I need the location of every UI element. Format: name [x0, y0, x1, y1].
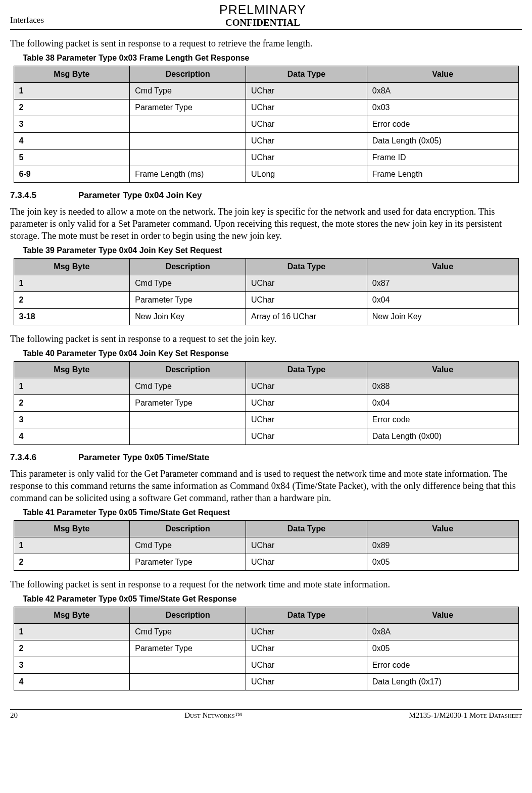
para-7-3-4-6: This parameter is only valid for the Get…	[10, 468, 522, 504]
intro-text-40: The following packet is sent in response…	[10, 333, 522, 345]
table-row: 6-9Frame Length (ms)ULongFrame Length	[14, 166, 518, 183]
table-cell: 0x88	[367, 378, 518, 395]
th-description: Description	[130, 66, 246, 83]
table-cell: Parameter Type	[130, 100, 246, 116]
table-cell: ULong	[246, 166, 367, 183]
table-cell: New Join Key	[367, 309, 518, 325]
table-cell: 2	[14, 554, 130, 571]
table-row: 2Parameter TypeUChar0x05	[14, 554, 518, 571]
table-cell: Cmd Type	[130, 624, 246, 640]
table-header-row: Msg Byte Description Data Type Value	[14, 259, 518, 275]
table-row: 2Parameter TypeUChar0x05	[14, 640, 518, 657]
table-cell: UChar	[246, 275, 367, 292]
table-cell: 0x04	[367, 292, 518, 309]
table-cell	[130, 412, 246, 428]
section-7-3-4-6: 7.3.4.6Parameter Type 0x05 Time/State	[10, 453, 522, 463]
table-cell: 0x8A	[367, 624, 518, 640]
section-number: 7.3.4.5	[10, 190, 78, 201]
table-cell: 1	[14, 83, 130, 100]
table-cell: 1	[14, 275, 130, 292]
table-cell: UChar	[246, 150, 367, 166]
intro-text-42: The following packet is sent in response…	[10, 578, 522, 590]
table-cell	[130, 428, 246, 445]
table-cell: 1	[14, 537, 130, 554]
table-cell: Cmd Type	[130, 275, 246, 292]
table-cell: 2	[14, 395, 130, 412]
page-footer: 20 Dust Networks™ M2135-1/M2030-1 Mote D…	[0, 711, 532, 720]
table-cell: 3	[14, 657, 130, 674]
table-39: Msg Byte Description Data Type Value 1Cm…	[14, 258, 519, 325]
table-row: 1Cmd TypeUChar0x87	[14, 275, 518, 292]
table-row: 1Cmd TypeUChar0x8A	[14, 83, 518, 100]
table-row: 2Parameter TypeUChar0x04	[14, 395, 518, 412]
table-cell: UChar	[246, 292, 367, 309]
table-40: Msg Byte Description Data Type Value 1Cm…	[14, 361, 519, 445]
caption-table-39: Table 39 Parameter Type 0x04 Join Key Se…	[23, 246, 522, 255]
table-row: 1Cmd TypeUChar0x89	[14, 537, 518, 554]
table-row: 4UCharData Length (0x05)	[14, 133, 518, 150]
table-row: 3UCharError code	[14, 412, 518, 428]
table-row: 4UCharData Length (0x00)	[14, 428, 518, 445]
table-cell: UChar	[246, 116, 367, 133]
table-cell: UChar	[246, 100, 367, 116]
table-row: 1Cmd TypeUChar0x88	[14, 378, 518, 395]
table-cell	[130, 150, 246, 166]
table-cell: Data Length (0x17)	[367, 674, 518, 690]
table-row: 2Parameter TypeUChar0x04	[14, 292, 518, 309]
table-cell: Parameter Type	[130, 640, 246, 657]
table-cell: Frame ID	[367, 150, 518, 166]
table-cell: Parameter Type	[130, 554, 246, 571]
table-cell: UChar	[246, 428, 367, 445]
table-cell: Cmd Type	[130, 537, 246, 554]
table-cell: Error code	[367, 412, 518, 428]
table-row: 3UCharError code	[14, 657, 518, 674]
table-cell: 3	[14, 116, 130, 133]
table-cell: 0x8A	[367, 83, 518, 100]
table-row: 4UCharData Length (0x17)	[14, 674, 518, 690]
table-cell: Frame Length (ms)	[130, 166, 246, 183]
table-row: 2Parameter TypeUChar0x03	[14, 100, 518, 116]
table-cell: 0x87	[367, 275, 518, 292]
table-cell: Array of 16 UChar	[246, 309, 367, 325]
table-cell: Cmd Type	[130, 83, 246, 100]
table-cell: 4	[14, 428, 130, 445]
section-title: Parameter Type 0x04 Join Key	[78, 190, 202, 200]
section-title: Parameter Type 0x05 Time/State	[78, 453, 209, 462]
table-row: 3UCharError code	[14, 116, 518, 133]
table-cell: Parameter Type	[130, 292, 246, 309]
table-cell: Error code	[367, 116, 518, 133]
th-msgbyte: Msg Byte	[14, 66, 130, 83]
table-cell: Parameter Type	[130, 395, 246, 412]
table-cell: UChar	[246, 83, 367, 100]
table-header-row: Msg Byte Description Data Type Value	[14, 66, 518, 83]
table-cell: 0x04	[367, 395, 518, 412]
table-42: Msg Byte Description Data Type Value 1Cm…	[14, 607, 519, 690]
table-header-row: Msg Byte Description Data Type Value	[14, 521, 518, 537]
header-rule	[10, 29, 522, 30]
table-cell: UChar	[246, 378, 367, 395]
table-cell: 0x89	[367, 537, 518, 554]
preliminary-label: PRELMINARY	[44, 3, 481, 17]
table-row: 3-18New Join KeyArray of 16 UCharNew Joi…	[14, 309, 518, 325]
table-cell: 5	[14, 150, 130, 166]
header-section-name: Interfaces	[10, 3, 44, 25]
table-row: 5UCharFrame ID	[14, 150, 518, 166]
table-cell: UChar	[246, 640, 367, 657]
table-row: 1Cmd TypeUChar0x8A	[14, 624, 518, 640]
table-cell: 3-18	[14, 309, 130, 325]
page-number: 20	[10, 711, 18, 720]
th-value: Value	[367, 66, 518, 83]
caption-table-38: Table 38 Parameter Type 0x03 Frame Lengt…	[23, 54, 522, 63]
caption-table-40: Table 40 Parameter Type 0x04 Join Key Se…	[23, 349, 522, 358]
page-header: Interfaces PRELMINARY CONFIDENTIAL	[0, 0, 532, 28]
table-cell: 1	[14, 378, 130, 395]
table-cell: UChar	[246, 624, 367, 640]
table-41: Msg Byte Description Data Type Value 1Cm…	[14, 520, 519, 571]
table-cell: Cmd Type	[130, 378, 246, 395]
table-header-row: Msg Byte Description Data Type Value	[14, 607, 518, 624]
table-cell: UChar	[246, 674, 367, 690]
footer-company: Dust Networks™	[18, 711, 409, 720]
table-cell: 2	[14, 640, 130, 657]
table-cell	[130, 657, 246, 674]
table-cell: 0x05	[367, 640, 518, 657]
